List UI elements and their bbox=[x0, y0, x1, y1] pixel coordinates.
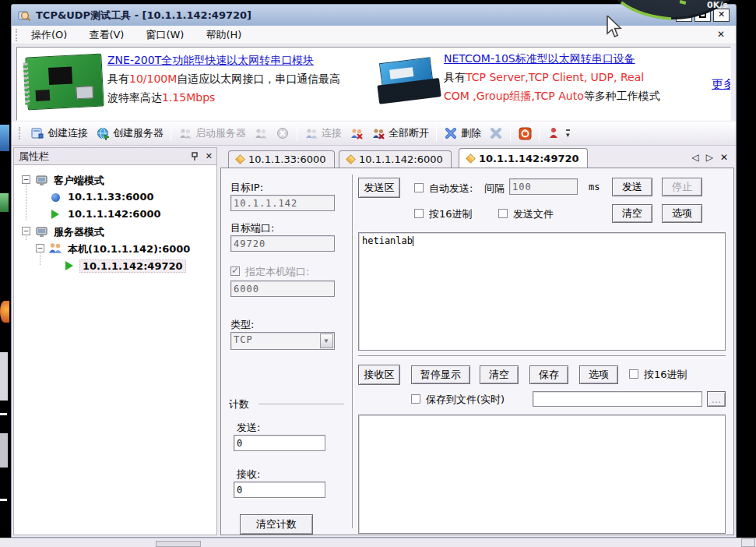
menu-view[interactable]: 查看(V) bbox=[81, 26, 132, 44]
ad-more-link[interactable]: 更多 bbox=[712, 77, 731, 92]
local-port-field[interactable] bbox=[230, 281, 335, 297]
receive-hex-checkbox[interactable] bbox=[629, 369, 638, 379]
svg-text:?: ? bbox=[555, 128, 559, 135]
start-server-button[interactable]: 启动服务器 bbox=[174, 126, 250, 140]
server-pause-button[interactable] bbox=[250, 127, 272, 140]
delete-label: 删除 bbox=[461, 126, 481, 140]
ad-right-link[interactable]: NETCOM-10S标准型以太网转串口设备 bbox=[444, 52, 635, 66]
clear-count-button[interactable]: 清空计数 bbox=[240, 514, 313, 535]
tree-item-client-conn-1[interactable]: 10.1.1.33:6000 bbox=[65, 191, 156, 203]
tree-row: 10.1.1.142:49720 bbox=[14, 257, 216, 274]
tab-scroll-left-icon[interactable]: ◁ bbox=[691, 152, 698, 163]
create-connection-button[interactable]: 创建连接 bbox=[26, 126, 92, 140]
ad-left-line2: 具有10/100M自适应以太网接口，串口通信最高 bbox=[107, 72, 340, 86]
tree-item-client-mode[interactable]: 客户端模式 bbox=[51, 174, 107, 188]
toolbar-grip bbox=[19, 127, 22, 139]
auto-send-checkbox[interactable] bbox=[414, 183, 424, 192]
send-zone-button[interactable]: 发送区 bbox=[358, 178, 400, 198]
menu-window[interactable]: 窗口(W) bbox=[138, 26, 192, 44]
delete-all-button[interactable] bbox=[485, 127, 507, 140]
tab-label: 10.1.1.142:49720 bbox=[479, 153, 579, 164]
delete-all-icon bbox=[489, 127, 503, 140]
receive-options-button[interactable]: 选项 bbox=[579, 365, 618, 384]
recv-count-label: 接收: bbox=[237, 468, 260, 482]
receive-clear-button[interactable]: 清空 bbox=[480, 365, 519, 384]
save-file-path-field[interactable] bbox=[533, 391, 702, 407]
splitter-handle[interactable] bbox=[358, 355, 726, 358]
connection-page: 目标IP: 目标端口: 指定本机端口: 类型: TCP ▼ 计数 发送: 接收:… bbox=[220, 168, 734, 535]
target-port-field[interactable] bbox=[230, 235, 335, 252]
tab-close-icon[interactable]: ✕ bbox=[720, 152, 728, 163]
server-stop-button[interactable] bbox=[272, 127, 294, 140]
window-title: TCP&UDP测试工具 - [10.1.1.142:49720] bbox=[36, 9, 251, 23]
type-select[interactable]: TCP ▼ bbox=[230, 332, 335, 350]
menu-operate[interactable]: 操作(O) bbox=[23, 26, 75, 44]
toolbar: 创建连接 创建服务器 启动服务器 连接 bbox=[12, 122, 736, 146]
ad-left-link[interactable]: ZNE-200T全功能型快速以太网转串口模块 bbox=[107, 54, 314, 68]
tab-diamond-icon bbox=[346, 154, 356, 164]
connect-button[interactable]: 连接 bbox=[301, 126, 346, 140]
tree-item-client-conn-2[interactable]: 10.1.1.142:6000 bbox=[65, 208, 164, 220]
sent-count-field[interactable] bbox=[234, 435, 325, 451]
tab-conn-1[interactable]: 10.1.1.33:6000 bbox=[228, 150, 335, 168]
pin-icon[interactable] bbox=[191, 152, 199, 161]
send-textarea[interactable]: hetianlab bbox=[358, 232, 726, 351]
computer-icon bbox=[36, 175, 48, 189]
tab-conn-2[interactable]: 10.1.1.142:6000 bbox=[339, 150, 452, 168]
receive-zone-button[interactable]: 接收区 bbox=[358, 365, 400, 385]
send-hex-checkbox[interactable] bbox=[414, 209, 424, 218]
stop-tool-button[interactable] bbox=[514, 127, 536, 140]
help-button[interactable]: ? bbox=[543, 127, 564, 140]
text-caret bbox=[413, 236, 413, 246]
receive-save-button[interactable]: 保存 bbox=[529, 365, 568, 384]
target-ip-field[interactable] bbox=[230, 195, 335, 211]
create-server-button[interactable]: 创建服务器 bbox=[92, 126, 167, 140]
ad-text-red: TCP Server,TCP Client, UDP, Real bbox=[466, 71, 644, 83]
properties-panel-title: 属性栏 bbox=[19, 150, 49, 164]
toolbar-separator bbox=[510, 125, 511, 141]
local-port-checkbox[interactable] bbox=[230, 266, 240, 276]
toolbar-overflow-button[interactable]: ▾ bbox=[566, 129, 570, 138]
tree-item-server-mode[interactable]: 服务器模式 bbox=[51, 225, 107, 239]
column-separator bbox=[352, 175, 353, 528]
server-pause-icon bbox=[254, 127, 268, 140]
document-close-icon[interactable]: ✕ bbox=[717, 29, 725, 40]
tree-item-server-host[interactable]: 本机(10.1.1.142):6000 bbox=[65, 242, 192, 256]
send-hex-label: 按16进制 bbox=[429, 207, 473, 221]
panel-close-icon[interactable]: ✕ bbox=[206, 151, 213, 161]
receive-textarea[interactable] bbox=[358, 415, 726, 534]
recv-count-field[interactable] bbox=[234, 482, 325, 498]
chevron-down-icon[interactable]: ▼ bbox=[320, 333, 333, 348]
properties-panel-header[interactable]: 属性栏 ✕ bbox=[13, 147, 217, 165]
interval-field[interactable] bbox=[509, 178, 578, 195]
desktop-icon-label-fragment bbox=[0, 499, 7, 501]
disconnect-button[interactable] bbox=[346, 127, 367, 140]
count-group-label: 计数 bbox=[229, 397, 249, 411]
send-clear-button[interactable]: 清空 bbox=[612, 204, 652, 223]
gauge-speed-label: 0K/s bbox=[707, 0, 728, 10]
tab-scroll-right-icon[interactable]: ▷ bbox=[706, 152, 713, 163]
help-icon: ? bbox=[547, 127, 561, 140]
delete-button[interactable]: 删除 bbox=[440, 126, 485, 140]
stop-button[interactable]: 停止 bbox=[662, 178, 702, 196]
disconnect-all-button[interactable]: 全部断开 bbox=[367, 126, 433, 140]
send-options-button[interactable]: 选项 bbox=[662, 204, 702, 223]
browse-button[interactable]: ... bbox=[707, 391, 726, 407]
expand-toggle-icon[interactable] bbox=[22, 175, 30, 184]
menu-help[interactable]: 帮助(H) bbox=[198, 26, 249, 44]
desktop-bottom-strip bbox=[0, 538, 756, 547]
type-value: TCP bbox=[234, 334, 253, 345]
start-server-icon bbox=[178, 127, 192, 140]
save-to-file-checkbox[interactable] bbox=[411, 394, 420, 404]
send-button[interactable]: 发送 bbox=[612, 178, 652, 196]
expand-toggle-icon[interactable] bbox=[22, 227, 30, 235]
expand-toggle-icon[interactable] bbox=[36, 244, 44, 252]
tree-item-server-conn[interactable]: 10.1.1.142:49720 bbox=[79, 259, 186, 273]
device-image[interactable] bbox=[374, 55, 441, 107]
pause-display-button[interactable]: 暂停显示 bbox=[411, 365, 470, 384]
ad-right-line2: 具有TCP Server,TCP Client, UDP, Real bbox=[444, 71, 644, 85]
save-to-file-label: 保存到文件(实时) bbox=[426, 393, 505, 407]
send-file-checkbox[interactable] bbox=[498, 209, 508, 218]
tab-conn-3-active[interactable]: 10.1.1.142:49720 bbox=[459, 148, 588, 168]
pcb-module-image[interactable] bbox=[25, 53, 104, 110]
